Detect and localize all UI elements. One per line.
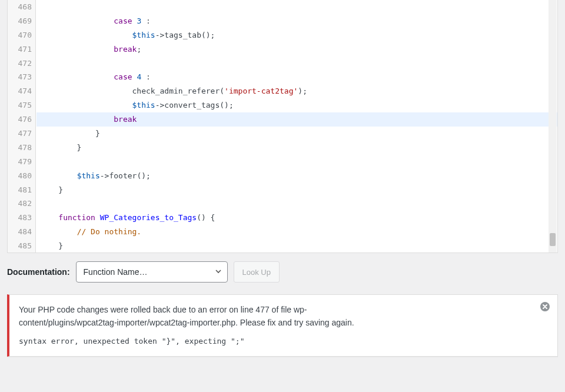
close-icon xyxy=(539,305,551,314)
line-number: 475 xyxy=(8,98,32,112)
line-number: 481 xyxy=(8,183,32,197)
code-line[interactable] xyxy=(36,197,557,211)
scrollbar-thumb[interactable] xyxy=(550,233,556,246)
error-message: Your PHP code changes were rolled back d… xyxy=(19,303,529,330)
documentation-label: Documentation: xyxy=(7,267,70,277)
line-number: 469 xyxy=(8,14,32,28)
code-line[interactable]: break; xyxy=(36,42,557,57)
code-line[interactable]: } xyxy=(36,141,557,155)
code-line[interactable]: } xyxy=(36,239,557,253)
code-line[interactable]: $this->footer(); xyxy=(36,169,557,183)
look-up-button[interactable]: Look Up xyxy=(234,261,280,283)
line-number: 482 xyxy=(8,197,32,211)
vertical-scrollbar[interactable] xyxy=(549,0,557,253)
code-line[interactable]: break xyxy=(36,112,557,127)
line-number: 474 xyxy=(8,84,32,98)
code-line[interactable]: // Do nothing. xyxy=(36,225,557,239)
line-number: 470 xyxy=(8,28,32,42)
code-line[interactable] xyxy=(36,57,557,71)
code-content[interactable]: case 3 : $this->tags_tab(); break; case … xyxy=(36,0,557,253)
plugin-editor-screen: 4684694704714724734744754764774784794804… xyxy=(0,0,565,392)
dismiss-notice-button[interactable] xyxy=(539,301,551,314)
line-number: 479 xyxy=(8,155,32,169)
code-line[interactable]: $this->convert_tags(); xyxy=(36,98,557,112)
code-line[interactable]: case 3 : xyxy=(36,14,557,28)
code-line[interactable] xyxy=(36,0,557,14)
code-line[interactable]: $this->tags_tab(); xyxy=(36,28,557,42)
error-notice: Your PHP code changes were rolled back d… xyxy=(7,294,558,357)
line-number: 485 xyxy=(8,239,32,253)
error-detail: syntax error, unexpected token "}", expe… xyxy=(19,337,529,346)
line-number: 472 xyxy=(8,57,32,71)
line-number: 478 xyxy=(8,141,32,155)
code-editor[interactable]: 4684694704714724734744754764774784794804… xyxy=(7,0,558,253)
line-number: 484 xyxy=(8,225,32,239)
line-number: 468 xyxy=(8,0,32,14)
line-number-gutter: 4684694704714724734744754764774784794804… xyxy=(8,0,36,253)
code-line[interactable]: } xyxy=(36,183,557,197)
line-number: 476 xyxy=(8,112,32,127)
code-line[interactable]: } xyxy=(36,127,557,141)
code-line[interactable]: function WP_Categories_to_Tags() { xyxy=(36,211,557,225)
function-name-select[interactable]: Function Name… xyxy=(76,261,228,283)
line-number: 480 xyxy=(8,169,32,183)
documentation-row: Documentation: Function Name… Look Up xyxy=(0,253,565,291)
line-number: 477 xyxy=(8,127,32,141)
line-number: 471 xyxy=(8,42,32,57)
line-number: 483 xyxy=(8,211,32,225)
code-line[interactable]: check_admin_referer('import-cat2tag'); xyxy=(36,84,557,98)
code-line[interactable]: case 4 : xyxy=(36,70,557,84)
line-number: 473 xyxy=(8,70,32,84)
code-line[interactable] xyxy=(36,155,557,169)
